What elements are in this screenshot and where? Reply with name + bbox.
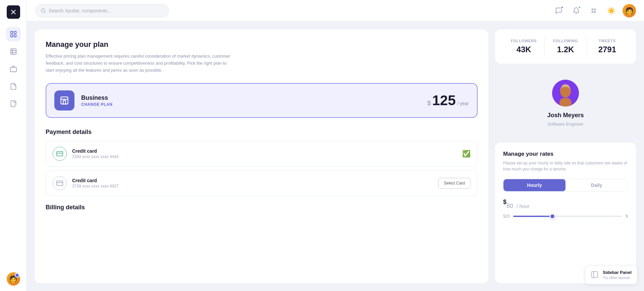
search-placeholder: Search Xpulse, components... xyxy=(49,8,111,13)
daily-tab[interactable]: Daily xyxy=(566,179,628,191)
svg-rect-18 xyxy=(57,181,63,186)
hint-subtitle: Try other layouts xyxy=(603,276,630,280)
plan-name: Business xyxy=(81,94,421,101)
svg-rect-8 xyxy=(10,67,16,72)
rate-prefix: $ xyxy=(503,199,506,205)
payment-section-title: Payment details xyxy=(46,129,478,136)
card-name-2: Credit card xyxy=(72,178,433,183)
app-logo[interactable] xyxy=(7,5,20,19)
rate-suffix-text: / hour xyxy=(517,203,529,209)
plan-info: Business CHANGE PLAN xyxy=(81,94,421,107)
card-info-1: Credit card 2344 xxxx xxxx xxxx 4444 xyxy=(72,148,457,159)
right-panel: FOLLOWERS 43K FOLLOWING 1.2K TWEETS 2791 xyxy=(495,29,636,283)
payment-card-2: Credit card 3739 xxxx xxxx xxxx 4927 Sel… xyxy=(46,170,478,196)
bell-icon-btn[interactable] xyxy=(570,5,582,17)
building-icon xyxy=(60,96,69,105)
rate-slider[interactable] xyxy=(513,216,622,217)
card-info-2: Credit card 3739 xxxx xxxx xxxx 4927 xyxy=(72,178,433,189)
stat-following: FOLLOWING 1.2K xyxy=(545,36,586,57)
rates-title: Manage your rates xyxy=(503,151,628,157)
stats-card: FOLLOWERS 43K FOLLOWING 1.2K TWEETS 2791 xyxy=(495,29,636,64)
svg-rect-2 xyxy=(10,35,12,37)
svg-rect-3 xyxy=(14,35,16,37)
page-title: Manage your plan xyxy=(46,40,478,49)
sidebar: 🧑 xyxy=(0,0,27,291)
svg-rect-23 xyxy=(592,272,598,278)
sidebar-item-sticky[interactable] xyxy=(6,96,21,111)
sidebar-item-portfolio[interactable] xyxy=(6,62,21,76)
profile-card: Josh Meyers Software Engineer xyxy=(495,69,636,137)
rate-max-label: $ xyxy=(626,214,628,219)
grid-icon-btn[interactable] xyxy=(588,5,600,17)
plan-icon-wrap xyxy=(54,90,74,111)
hint-title: Sidebar Panel xyxy=(603,270,632,275)
tweets-value: 2791 xyxy=(589,45,625,54)
rates-description: Please set up your hourly or daily rate … xyxy=(503,160,628,172)
theme-toggle-btn[interactable]: ☀️ xyxy=(605,5,617,17)
sidebar-item-document[interactable] xyxy=(6,79,21,94)
svg-point-13 xyxy=(592,11,593,12)
sidebar-item-dashboard[interactable] xyxy=(6,27,21,42)
topbar-user-avatar[interactable]: 🧑 xyxy=(623,4,636,17)
search-icon xyxy=(41,8,46,13)
left-panel: Manage your plan Effective pricing plan … xyxy=(35,29,488,283)
plan-price-value: 125 xyxy=(432,92,455,108)
grid-icon xyxy=(590,7,597,14)
rate-min-label: $20 xyxy=(503,214,510,219)
plan-price-container: $ 125 / year xyxy=(427,92,469,108)
billing-section-title: Billing details xyxy=(46,204,478,211)
sidebar-item-grid[interactable] xyxy=(6,44,21,59)
topbar-right: ☀️ 🧑 xyxy=(553,4,636,17)
chat-badge xyxy=(561,6,564,9)
main-area: Search Xpulse, components... xyxy=(27,0,644,291)
svg-point-11 xyxy=(592,9,593,10)
following-value: 1.2K xyxy=(547,45,583,54)
topbar: Search Xpulse, components... xyxy=(27,0,644,21)
svg-line-10 xyxy=(44,12,45,13)
select-card-button[interactable]: Select Card xyxy=(438,178,471,189)
sidebar-panel-hint-text: Sidebar Panel Try other layouts xyxy=(603,270,632,280)
bell-badge xyxy=(578,6,581,9)
rates-toggle: Hourly Daily xyxy=(503,179,628,192)
profile-name: Josh Meyers xyxy=(547,112,584,119)
sidebar-user-avatar[interactable]: 🧑 xyxy=(7,272,20,286)
change-plan-link[interactable]: CHANGE PLAN xyxy=(81,102,421,107)
stat-followers: FOLLOWERS 43K xyxy=(503,36,545,57)
followers-label: FOLLOWERS xyxy=(506,39,542,43)
card-selected-check: ✅ xyxy=(462,150,471,158)
search-bar[interactable]: Search Xpulse, components... xyxy=(35,4,169,17)
payment-card-1: Credit card 2344 xxxx xxxx xxxx 4444 ✅ xyxy=(46,141,478,166)
hourly-tab[interactable]: Hourly xyxy=(503,179,566,191)
card-icon-1 xyxy=(53,147,67,161)
rate-slider-container: $20 $ xyxy=(503,214,628,219)
svg-point-12 xyxy=(594,9,596,10)
svg-rect-1 xyxy=(14,31,16,33)
rates-card: Manage your rates Please set up your hou… xyxy=(495,143,636,283)
card-number-2: 3739 xxxx xxxx xxxx 4927 xyxy=(72,184,433,189)
rate-value: 80 xyxy=(506,203,513,209)
tweets-label: TWEETS xyxy=(589,39,625,43)
content-area: Manage your plan Effective pricing plan … xyxy=(27,21,644,291)
sidebar-bottom: 🧑 xyxy=(7,272,20,286)
credit-card-icon xyxy=(56,150,63,157)
layout-icon xyxy=(591,271,599,280)
followers-value: 43K xyxy=(506,45,542,54)
plan-price-period: / year xyxy=(457,101,469,106)
credit-card-icon-2 xyxy=(56,180,63,187)
plan-card: Business CHANGE PLAN $ 125 / year xyxy=(46,83,478,118)
svg-point-14 xyxy=(594,11,596,12)
chat-icon-btn[interactable] xyxy=(553,5,565,17)
card-icon-2 xyxy=(53,176,67,190)
sidebar-panel-hint[interactable]: Sidebar Panel Try other layouts xyxy=(585,266,637,284)
card-number-1: 2344 xxxx xxxx xxxx 4444 xyxy=(72,154,457,159)
svg-rect-16 xyxy=(57,152,63,156)
svg-rect-0 xyxy=(10,31,12,33)
svg-rect-4 xyxy=(10,49,16,55)
rate-display: $80 / hour xyxy=(503,198,628,211)
stat-tweets: TWEETS 2791 xyxy=(587,36,628,57)
panel-description: Effective pricing plan management requir… xyxy=(46,53,233,74)
card-name-1: Credit card xyxy=(72,148,457,154)
following-label: FOLLOWING xyxy=(547,39,583,43)
profile-role: Software Engineer xyxy=(548,122,584,127)
sun-icon: ☀️ xyxy=(607,7,615,15)
